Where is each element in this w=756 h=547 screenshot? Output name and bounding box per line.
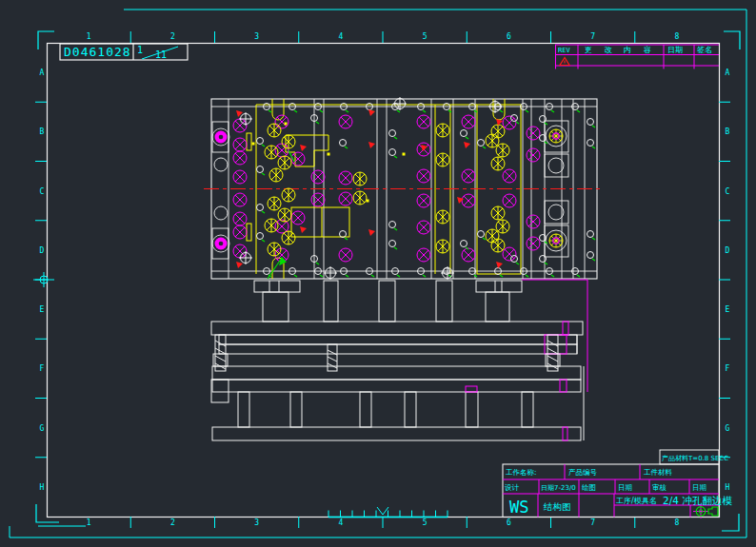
dowel-pin-symbol (367, 268, 375, 278)
column-label-top: 7 (590, 32, 595, 41)
lower-magenta-details (466, 380, 567, 440)
screw-hole-symbol (527, 127, 540, 140)
dowel-pin-symbol (389, 130, 398, 140)
check-label: 审核 (652, 483, 667, 492)
screw-hole-symbol (233, 212, 247, 225)
row-label-left: G (40, 424, 45, 433)
draft-label: 绘图 (582, 483, 596, 492)
row-label-right: C (726, 187, 730, 196)
column-label-top: 6 (507, 32, 511, 41)
dowel-pin-symbol (315, 268, 324, 278)
screw-hole-symbol (339, 115, 352, 128)
spring-hole-symbol (436, 240, 449, 253)
spring-hole-symbol (436, 210, 449, 224)
design-date: 日期7-23/0 (541, 484, 576, 492)
column-label-bottom: 6 (507, 518, 511, 527)
spring-hole-symbol (353, 191, 367, 205)
plan-view[interactable] (204, 97, 604, 280)
border-grid-labels: 1122334455667788AABBCCDDEEFFGGHH (35, 31, 730, 528)
job-name-label: 工作名称: (506, 468, 537, 477)
drawing-number-box: D0461028 1 11 (60, 44, 188, 60)
column-label-bottom: 2 (170, 518, 175, 527)
spring-hole-symbol (278, 156, 291, 169)
spring-hole-symbol (265, 219, 278, 232)
screw-hole-symbol (527, 148, 540, 162)
column-label-bottom: 3 (254, 518, 259, 527)
pilot-hole-symbol (488, 100, 502, 113)
row-label-right: H (726, 483, 730, 492)
screw-hole-symbol (462, 115, 475, 128)
author-initials: WS (509, 498, 528, 517)
screw-hole-symbol (339, 171, 352, 185)
section-arrow-mark (496, 262, 503, 268)
column-label-bottom: 7 (590, 518, 595, 527)
row-label-right: D (726, 246, 730, 255)
dowel-pin-symbol (547, 268, 555, 278)
section-arrow-mark (368, 229, 375, 236)
lower-section-view[interactable] (211, 366, 584, 440)
spring-hole-symbol (496, 144, 509, 157)
pilot-hole-symbol (324, 266, 337, 280)
column-label-top: 3 (254, 32, 259, 41)
column-label-top: 1 (87, 32, 91, 41)
section-arrow-mark (236, 262, 243, 268)
dowel-pin-symbol (389, 149, 398, 159)
punch-point (252, 143, 255, 146)
left-guide-features (212, 122, 229, 259)
part-material-label: 工件材料 (644, 468, 673, 477)
punch-point (367, 200, 369, 203)
dowel-pin-symbol (461, 130, 469, 140)
title-block: 产品材料T=0.8 SECC 工作名称: 产品编号 工件材料 设计 日期7-23… (503, 450, 732, 518)
spring-hole-symbol (282, 188, 295, 202)
spring-hole-symbol (268, 124, 281, 137)
cad-sheet-canvas[interactable]: 1122334455667788AABBCCDDEEFFGGHH D046102… (0, 0, 756, 547)
dowel-pin-symbol (495, 268, 504, 278)
spring-hole-symbol (486, 229, 499, 243)
rev-content-header: 更 改 内 容 (585, 46, 656, 54)
dowel-pin-symbol (389, 222, 398, 231)
die-name: 2/4 冲孔翻边模 (663, 495, 732, 506)
row-label-left: E (40, 305, 45, 314)
screw-hole-symbol (233, 225, 247, 239)
pilot-hole-symbol (239, 251, 252, 264)
column-label-bottom: 8 (674, 518, 679, 527)
check-date-label: 日期 (692, 483, 706, 492)
screw-hole-symbol (417, 221, 430, 234)
column-label-top: 5 (423, 32, 428, 41)
dowel-pin-symbol (587, 231, 596, 241)
dowel-pin-symbol (341, 268, 349, 278)
dowel-pin-symbol (478, 231, 487, 241)
screw-hole-symbol (311, 193, 325, 206)
dowel-pin-symbol (311, 256, 320, 265)
dowel-pin-symbol (521, 104, 529, 113)
spring-hole-symbol (278, 208, 291, 222)
section-arrow-mark (300, 226, 307, 233)
sheet-type: 结构图 (543, 501, 571, 512)
row-label-left: D (40, 246, 45, 255)
row-label-left: H (40, 483, 45, 492)
dowel-pin-symbol (469, 268, 478, 278)
spring-hole-symbol (436, 124, 449, 137)
upper-section-view[interactable] (211, 280, 587, 392)
dowel-pin-symbol (547, 104, 555, 113)
leader-arrow (268, 258, 286, 279)
dowel-pin-symbol (540, 235, 548, 244)
column-label-bottom: 4 (338, 518, 343, 527)
dowel-pin-symbol (478, 140, 487, 149)
row-label-right: E (726, 305, 730, 314)
row-label-left: C (40, 187, 45, 196)
screw-hole-symbol (233, 244, 247, 258)
column-label-top: 8 (674, 32, 679, 41)
material-note: 产品材料T=0.8 SECC (662, 455, 728, 462)
fastener-mid (328, 344, 337, 371)
screw-hole-symbol (503, 247, 516, 261)
dowel-pin-symbol (389, 241, 398, 250)
spring-hole-symbol (282, 135, 295, 148)
row-label-right: A (726, 68, 730, 77)
spring-hole-symbol (436, 153, 449, 166)
dowel-pin-symbol (587, 119, 596, 128)
dowel-pin-symbol (257, 205, 266, 214)
dowel-pin-symbol (340, 140, 348, 149)
design-label: 设计 (505, 483, 520, 492)
screw-hole-symbol (291, 211, 305, 225)
